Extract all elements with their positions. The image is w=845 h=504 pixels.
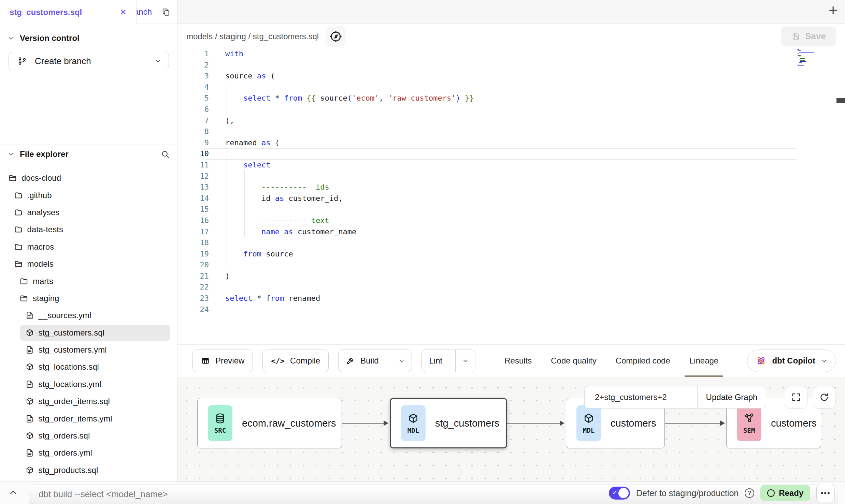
code-line[interactable]: 10 — [177, 148, 835, 160]
file-tree-item[interactable]: stg_order_items.sql — [0, 393, 177, 410]
file-tree-item[interactable]: analyses — [0, 204, 177, 221]
sidebar-divider — [0, 145, 177, 145]
chevron-down-icon[interactable] — [8, 35, 14, 42]
code-line[interactable]: 21) — [177, 271, 835, 282]
file-tree-item[interactable]: docs-cloud — [0, 169, 177, 187]
code-line[interactable]: 3source as ( — [177, 71, 835, 82]
badge-label: SRC — [214, 427, 226, 434]
search-icon[interactable] — [161, 150, 170, 159]
close-icon[interactable]: ✕ — [120, 8, 127, 17]
git-branch-icon — [18, 57, 27, 65]
code-line[interactable]: 8 — [177, 126, 835, 137]
code-line[interactable]: 24 — [177, 304, 835, 315]
code-line[interactable]: 23select * from renamed — [177, 293, 835, 304]
new-tab-button[interactable]: + — [829, 3, 837, 18]
code-line[interactable]: 12 — [177, 171, 835, 182]
tab-lineage[interactable]: Lineage — [689, 344, 718, 377]
file-tree-item[interactable]: data-tests — [0, 221, 177, 238]
preview-button[interactable]: Preview — [192, 350, 253, 372]
scrollbar-thumb[interactable] — [836, 98, 845, 103]
file-tree-item[interactable]: .github — [0, 187, 177, 204]
model-cube-icon — [25, 466, 34, 475]
folder-open-icon — [8, 174, 17, 182]
file-explorer-header[interactable]: File explorer — [0, 149, 177, 159]
code-line[interactable]: 7), — [177, 115, 835, 127]
lineage-node-ecom-raw_customers[interactable]: SRCecom.raw_customers — [197, 398, 342, 448]
file-tree-item[interactable]: stg_orders.yml — [0, 444, 177, 461]
minimap[interactable] — [798, 49, 821, 68]
lineage-panel[interactable]: SRCecom.raw_customersMDLstg_customersMDL… — [177, 377, 845, 481]
line-number: 14 — [177, 193, 209, 204]
code-line[interactable]: 16 ---------- text — [177, 215, 835, 226]
fullscreen-button[interactable] — [785, 386, 807, 409]
tab-code-quality[interactable]: Code quality — [551, 344, 596, 377]
chevron-down-icon — [821, 357, 828, 364]
line-number: 2 — [177, 60, 209, 71]
code-line[interactable]: 20 — [177, 260, 835, 271]
build-dropdown[interactable] — [392, 350, 412, 372]
code-line[interactable]: 19 from source — [177, 249, 835, 260]
ready-status-badge[interactable]: Ready — [760, 485, 810, 501]
dbt-copilot-icon — [756, 355, 767, 366]
more-options-button[interactable]: ••• — [816, 484, 835, 502]
code-line[interactable]: 17 name as customer_name — [177, 226, 835, 238]
create-branch-button[interactable]: Create branch — [9, 52, 169, 70]
lint-dropdown[interactable] — [455, 350, 475, 372]
file-tree-item[interactable]: stg_customers.yml — [0, 341, 177, 358]
file-tree-item[interactable]: stg_locations.yml — [0, 376, 177, 393]
code-line[interactable]: 22 — [177, 282, 835, 293]
build-button[interactable]: Build — [339, 350, 386, 372]
help-icon[interactable]: ? — [745, 488, 754, 498]
refresh-button[interactable] — [813, 386, 835, 409]
file-tree-item[interactable]: marts — [0, 272, 177, 290]
code-line[interactable]: 5 select * from {{ source('ecom', 'raw_c… — [177, 93, 835, 104]
fullscreen-icon — [791, 392, 801, 402]
file-tree-item[interactable]: stg_customers.sql — [0, 324, 177, 341]
code-line[interactable]: 11 select — [177, 160, 835, 171]
dbt-copilot-button[interactable]: dbt Copilot — [747, 350, 836, 372]
model-cube-icon — [25, 362, 34, 371]
line-number: 5 — [177, 93, 209, 104]
model-cube-icon — [25, 431, 34, 440]
code-line[interactable]: 9renamed as ( — [177, 137, 835, 149]
file-tree-item[interactable]: stg_order_items.yml — [0, 410, 177, 427]
lineage-selector-input[interactable]: 2+stg_customers+2 — [585, 386, 697, 408]
file-name: marts — [33, 277, 53, 286]
code-line[interactable]: 4 — [177, 82, 835, 93]
tab-results[interactable]: Results — [504, 344, 532, 377]
code-text: source as ( — [225, 71, 275, 82]
file-tree-item[interactable]: __sources.yml — [0, 307, 177, 324]
lint-button[interactable]: Lint — [422, 350, 450, 372]
code-line[interactable]: 2 — [177, 60, 835, 71]
compile-button[interactable]: </> Compile — [262, 350, 329, 372]
explore-button[interactable] — [326, 26, 346, 47]
file-tree-item[interactable]: macros — [0, 238, 177, 255]
tab-compiled-code[interactable]: Compiled code — [616, 344, 670, 377]
file-name: stg_locations.sql — [39, 362, 99, 372]
code-line[interactable]: 15 — [177, 204, 835, 215]
create-branch-dropdown[interactable] — [147, 52, 169, 70]
file-tree-item[interactable]: stg_locations.sql — [0, 358, 177, 375]
defer-toggle[interactable]: ✓ — [609, 487, 630, 500]
file-tree-item[interactable]: models — [0, 255, 177, 272]
chevron-up-icon[interactable] — [8, 487, 18, 498]
code-line[interactable]: 13 ---------- ids — [177, 182, 835, 193]
code-line[interactable]: 1with — [177, 48, 835, 60]
file-tree-item[interactable]: stg_orders.sql — [0, 427, 177, 444]
chevron-down-icon[interactable] — [8, 151, 14, 158]
file-name: models — [27, 259, 54, 269]
save-button[interactable]: Save — [781, 27, 836, 46]
code-line[interactable]: 14 id as customer_id, — [177, 193, 835, 204]
code-editor[interactable]: 1with23source as (45 select * from {{ so… — [177, 48, 835, 344]
lineage-node-stg_customers[interactable]: MDLstg_customers — [390, 398, 507, 448]
folder-icon — [14, 191, 23, 200]
file-tree-item[interactable]: staging — [0, 290, 177, 307]
copilot-label: dbt Copilot — [772, 356, 815, 366]
version-control-header[interactable]: Version control — [0, 33, 177, 43]
copy-icon[interactable] — [161, 8, 170, 16]
tab-stg-customers-sql[interactable]: stg_customers.sql ✕ — [0, 0, 137, 24]
file-tree-item[interactable]: stg_products.sql — [0, 462, 177, 479]
code-line[interactable]: 18 — [177, 237, 835, 249]
update-graph-button[interactable]: Update Graph — [698, 386, 766, 408]
code-line[interactable]: 6 — [177, 104, 835, 115]
